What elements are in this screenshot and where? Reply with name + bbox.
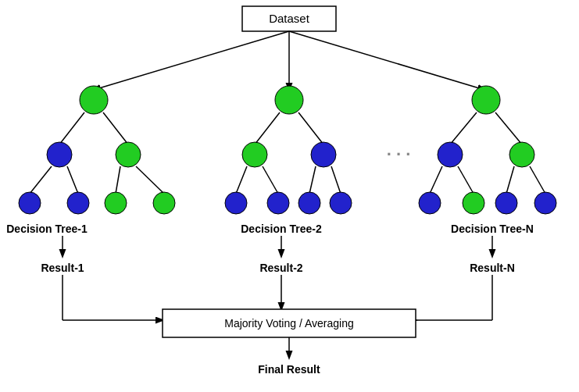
svg-point-4	[80, 86, 108, 114]
svg-point-21	[242, 142, 267, 167]
svg-point-44	[534, 192, 556, 214]
svg-line-14	[136, 166, 164, 194]
svg-line-3	[289, 31, 484, 90]
svg-point-36	[509, 142, 534, 167]
svg-point-35	[438, 142, 463, 167]
svg-line-34	[495, 112, 522, 144]
result1-label: Result-1	[41, 262, 84, 274]
svg-point-11	[19, 192, 41, 214]
svg-line-19	[255, 112, 280, 144]
svg-point-15	[105, 192, 127, 214]
final-result-label: Final Result	[258, 363, 320, 376]
svg-line-41	[506, 166, 514, 194]
svg-point-39	[419, 192, 441, 214]
svg-line-24	[263, 166, 278, 194]
svg-line-6	[103, 112, 128, 144]
svg-line-13	[116, 166, 120, 194]
svg-line-20	[298, 112, 323, 144]
svg-line-37	[430, 166, 442, 194]
svg-point-26	[267, 192, 289, 214]
result2-label: Result-2	[259, 262, 302, 274]
svg-point-12	[67, 192, 89, 214]
svg-line-9	[30, 166, 52, 194]
svg-point-30	[330, 192, 352, 214]
svg-point-40	[463, 192, 484, 214]
svg-line-28	[331, 166, 341, 194]
svg-point-22	[311, 142, 336, 167]
svg-line-1	[94, 31, 289, 90]
resultN-label: Result-N	[470, 262, 515, 274]
svg-line-23	[236, 166, 247, 194]
svg-point-29	[298, 192, 320, 214]
treeN-label: Decision Tree-N	[451, 223, 534, 235]
svg-point-18	[275, 86, 303, 114]
svg-point-8	[116, 142, 141, 167]
svg-line-5	[59, 112, 84, 144]
svg-line-33	[450, 112, 477, 144]
random-forest-diagram: Dataset Decision Tree-1 Result-1	[0, 0, 579, 392]
svg-point-25	[225, 192, 247, 214]
tree2-label: Decision Tree-2	[241, 223, 322, 235]
svg-point-16	[153, 192, 175, 214]
dots: · · ·	[387, 144, 411, 164]
svg-line-38	[458, 166, 474, 194]
tree1-label: Decision Tree-1	[6, 223, 88, 235]
dataset-label: Dataset	[269, 12, 310, 25]
svg-point-43	[495, 192, 517, 214]
svg-line-10	[67, 166, 78, 194]
voting-label: Majority Voting / Averaging	[224, 317, 354, 330]
svg-line-42	[530, 166, 545, 194]
svg-line-27	[309, 166, 316, 194]
svg-point-32	[472, 86, 500, 114]
svg-point-7	[47, 142, 72, 167]
